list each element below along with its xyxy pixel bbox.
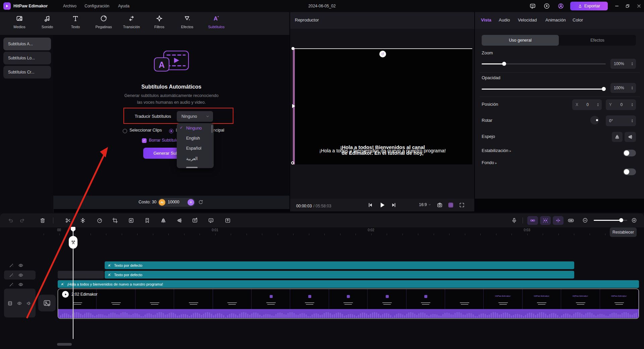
rotate-stepper[interactable]: 0° ▲▼ xyxy=(606,115,636,126)
radio-seleccionar-clips[interactable] xyxy=(123,129,127,133)
opacity-slider[interactable] xyxy=(482,89,606,90)
stepper-arrows-icon[interactable]: ▲▼ xyxy=(631,103,633,107)
playhead-split-button[interactable] xyxy=(69,236,77,249)
fullscreen-icon[interactable] xyxy=(459,202,465,208)
ai-caption-icon[interactable]: AI xyxy=(208,217,214,223)
delete-icon[interactable] xyxy=(40,217,46,223)
flip-vertical-button[interactable] xyxy=(625,132,636,142)
restore-icon[interactable] xyxy=(625,4,630,8)
tab-animacion[interactable]: Animación xyxy=(545,17,566,22)
position-x-stepper[interactable]: X 0 ▲▼ xyxy=(572,99,602,110)
rotate-dial[interactable] xyxy=(590,116,599,124)
clip-play-badge[interactable] xyxy=(62,291,69,298)
tab-texto[interactable]: Texto xyxy=(63,15,88,29)
tab-pegatinas[interactable]: Pegatinas xyxy=(92,15,116,29)
track-visibility-icon[interactable] xyxy=(18,263,23,268)
timeline-zoom-knob[interactable] xyxy=(619,218,623,222)
zoom-stepper[interactable]: 100% ▲▼ xyxy=(610,59,636,69)
video-track-icon[interactable] xyxy=(7,301,13,306)
tab-transicion[interactable]: Transición xyxy=(119,15,144,29)
tab-subtitulos[interactable]: A Subtítulos xyxy=(204,15,228,29)
track-effects-icon[interactable] xyxy=(9,263,14,268)
zoom-slider[interactable] xyxy=(482,63,606,64)
dropdown-item-ninguno[interactable]: ✓ Ninguno xyxy=(177,123,214,133)
export-button[interactable]: Exportar xyxy=(570,2,608,10)
feedback-icon[interactable] xyxy=(529,3,536,9)
marker-icon[interactable] xyxy=(144,217,150,223)
flip-horizontal-button[interactable] xyxy=(612,132,623,142)
empty-clip-segment[interactable] xyxy=(58,271,104,279)
menu-ayuda[interactable]: Ayuda xyxy=(118,0,129,12)
video-preview[interactable]: ¡Hola a todos! Bienvenidos al canal de E… xyxy=(293,48,472,164)
opacity-stepper[interactable]: 100% ▲▼ xyxy=(610,83,636,93)
subtitle-track[interactable]: A ¡Hola a todos y bienvenidos de nuevo a… xyxy=(58,280,639,288)
link-clips-button[interactable] xyxy=(527,216,538,225)
stabilization-toggle[interactable] xyxy=(623,150,636,156)
auto-split-button[interactable] xyxy=(540,216,551,225)
snap-button[interactable] xyxy=(553,216,564,225)
horizontal-scrollbar[interactable] xyxy=(57,343,72,346)
stepper-arrows-icon[interactable]: ▲▼ xyxy=(631,119,633,123)
ruler-ticks[interactable] xyxy=(0,234,644,236)
add-text-icon[interactable] xyxy=(192,217,198,223)
stepper-arrows-icon[interactable]: ▲▼ xyxy=(597,103,599,107)
dropdown-item-arabic[interactable]: العربية xyxy=(177,153,214,163)
download-icon[interactable] xyxy=(543,3,550,9)
audio-mute-icon[interactable] xyxy=(26,301,32,306)
text-track-2[interactable]: A Texto por defecto xyxy=(105,271,574,279)
tab-filtros[interactable]: Filtros xyxy=(147,15,171,29)
reset-button[interactable]: Restablecer xyxy=(610,228,637,237)
position-y-stepper[interactable]: Y 0 ▲▼ xyxy=(606,99,636,110)
dropdown-scrollbar[interactable] xyxy=(211,125,213,133)
crop-icon[interactable] xyxy=(112,217,118,223)
tab-vista[interactable]: Vista xyxy=(481,17,491,22)
play-button[interactable] xyxy=(378,201,386,209)
left-mid-handle[interactable] xyxy=(292,104,295,108)
zoom-in-icon[interactable] xyxy=(631,217,637,223)
refresh-icon[interactable] xyxy=(198,199,204,205)
extract-icon[interactable] xyxy=(225,217,231,223)
stepper-arrows-icon[interactable]: ▲▼ xyxy=(631,86,633,90)
minimize-icon[interactable] xyxy=(614,4,619,8)
zoom-slider-knob[interactable] xyxy=(502,62,506,66)
account-icon[interactable] xyxy=(557,3,564,9)
track-effects-icon[interactable] xyxy=(9,282,14,287)
close-icon[interactable] xyxy=(637,4,641,8)
menu-configuracion[interactable]: Configuración xyxy=(85,0,109,12)
bottom-corner-handle[interactable] xyxy=(291,161,294,164)
tab-sonido[interactable]: Sonido xyxy=(35,15,59,29)
segment-uso-general[interactable]: Uso general xyxy=(482,35,559,46)
menu-archivo[interactable]: Archivo xyxy=(63,0,76,12)
speed-icon[interactable] xyxy=(97,217,103,223)
tab-color[interactable]: Color xyxy=(573,17,583,22)
mirror-vertical-icon[interactable] xyxy=(176,217,182,223)
tab-velocidad[interactable]: Velocidad xyxy=(518,17,537,22)
aspect-ratio-select[interactable]: 16:9 xyxy=(419,202,431,207)
video-visibility-icon[interactable] xyxy=(17,301,22,306)
previous-frame-button[interactable] xyxy=(368,202,374,208)
dropdown-item-clipped[interactable] xyxy=(177,163,214,168)
sidebar-item-subtitulos-locales[interactable]: Subtítulos Lo... xyxy=(3,52,51,64)
grid-icon[interactable] xyxy=(448,202,454,208)
split-icon[interactable] xyxy=(65,217,71,223)
background-toggle[interactable] xyxy=(623,168,636,175)
undo-icon[interactable] xyxy=(7,217,13,223)
dropdown-item-english[interactable]: English xyxy=(177,133,214,143)
tab-audio[interactable]: Audio xyxy=(499,17,510,22)
next-frame-button[interactable] xyxy=(390,202,396,208)
segment-efectos[interactable]: Efectos xyxy=(559,35,636,46)
zoom-out-icon[interactable] xyxy=(582,217,588,223)
reverse-icon[interactable] xyxy=(128,217,134,223)
snapshot-icon[interactable] xyxy=(437,202,443,208)
mirror-horizontal-icon[interactable] xyxy=(160,217,166,223)
tab-medios[interactable]: Medios xyxy=(7,15,32,29)
stepper-arrows-icon[interactable]: ▲▼ xyxy=(631,62,633,66)
track-visibility-icon[interactable] xyxy=(18,272,23,278)
add-media-button[interactable] xyxy=(38,295,56,311)
sidebar-item-subtitulos-creados[interactable]: Subtítulos Cr... xyxy=(3,66,51,79)
rotate-handle[interactable] xyxy=(379,51,386,57)
timeline-zoom-slider[interactable] xyxy=(594,220,627,221)
borrar-subtitulos-checkbox[interactable]: ✓ xyxy=(142,138,147,143)
corner-handle[interactable] xyxy=(291,47,294,50)
freeze-frame-icon[interactable] xyxy=(80,217,86,223)
